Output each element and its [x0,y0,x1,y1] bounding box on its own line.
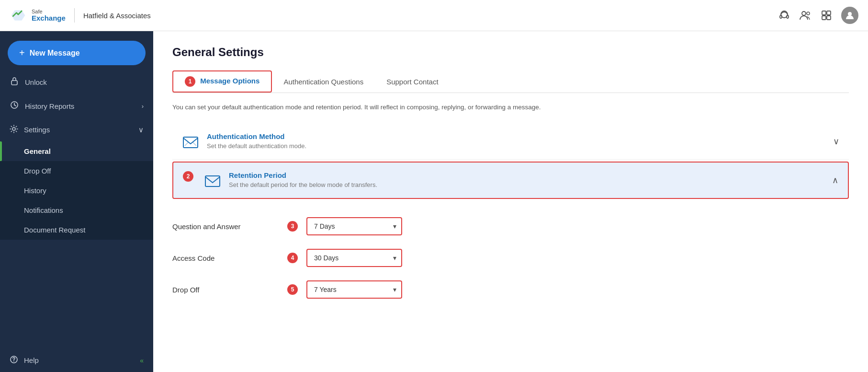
sidebar-item-unlock[interactable]: Unlock [0,70,153,94]
form-row-drop-off: Drop Off 5 1 Year 3 Years 5 Years 7 Year… [172,274,849,305]
new-message-label: New Message [30,49,80,58]
sidebar-item-label: Unlock [25,78,47,86]
drop-off-control: 5 1 Year 3 Years 5 Years 7 Years 10 Year… [287,280,402,299]
new-message-button[interactable]: + New Message [8,41,146,65]
chevron-down-icon: ∨ [833,136,839,147]
lock-icon [10,77,19,87]
tabs: 1 Message Options Authentication Questio… [172,70,849,93]
collapse-icon[interactable]: « [140,357,144,364]
svg-rect-8 [822,16,826,20]
logo-safe: Safe [32,9,66,14]
tab-message-options-label: Message Options [200,77,259,85]
description-text: You can set your default authentication … [172,103,849,112]
drop-off-label: Drop Off [172,286,278,294]
sidebar-item-history-reports[interactable]: History Reports › [0,94,153,118]
form-section: Question and Answer 3 7 Days 14 Days 30 … [172,201,849,315]
do-step-badge: 5 [287,284,298,295]
people-icon[interactable] [799,9,812,22]
grid-icon[interactable] [820,9,833,22]
chevron-right-icon: › [142,103,144,110]
help-icon [10,355,18,365]
history-label: History [24,186,46,195]
ac-step-badge: 4 [287,253,298,263]
question-answer-label: Question and Answer [172,222,278,231]
header: Safe Exchange Hatfield & Associates [0,0,868,31]
authentication-method-title: Authentication Method [207,132,306,140]
history-icon [10,101,19,111]
retention-period-desc: Set the default period for the below mod… [229,181,377,188]
retention-step-badge: 2 [183,171,193,182]
avatar[interactable] [841,7,858,24]
plus-icon: + [19,47,25,58]
form-row-question-answer: Question and Answer 3 7 Days 14 Days 30 … [172,210,849,242]
header-company: Hatfield & Associates [83,12,151,20]
tab-support-label: Support Contact [386,78,438,86]
sidebar-item-document-request[interactable]: Document Request [0,220,153,240]
tab-authentication-questions[interactable]: Authentication Questions [272,73,375,91]
drop-off-select[interactable]: 1 Year 3 Years 5 Years 7 Years 10 Years [306,280,402,299]
page-title: General Settings [172,46,849,59]
svg-rect-7 [827,11,831,15]
sidebar-item-label: History Reports [25,102,74,110]
question-answer-select[interactable]: 7 Days 14 Days 30 Days 60 Days 90 Days 1… [306,217,402,235]
access-code-control: 4 7 Days 14 Days 30 Days 60 Days 90 Days… [287,249,402,267]
document-request-label: Document Request [24,226,85,234]
sidebar-item-history[interactable]: History [0,181,153,200]
help-label: Help [24,356,39,364]
sidebar-item-settings[interactable]: Settings ∨ [0,118,153,141]
tab-step-badge: 1 [185,76,195,87]
logo: Safe Exchange [10,7,66,24]
logo-exchange: Exchange [32,14,66,23]
access-code-select-wrapper: 7 Days 14 Days 30 Days 60 Days 90 Days 1… [306,249,402,267]
retention-period-title: Retention Period [229,171,377,179]
headset-icon[interactable] [778,9,790,22]
sidebar-item-dropoff[interactable]: Drop Off [0,161,153,181]
form-row-access-code: Access Code 4 7 Days 14 Days 30 Days 60 … [172,242,849,274]
authentication-method-content: Authentication Method Set the default au… [207,132,306,150]
drop-off-select-wrapper: 1 Year 3 Years 5 Years 7 Years 10 Years [306,280,402,299]
chevron-down-icon: ∨ [138,126,144,134]
chevron-up-icon: ∧ [832,175,838,186]
tab-auth-label: Authentication Questions [283,78,363,86]
dropoff-label: Drop Off [24,167,51,175]
sidebar-settings-submenu: General Drop Off History Notifications D… [0,141,153,240]
settings-label: Settings [24,126,50,134]
question-answer-control: 3 7 Days 14 Days 30 Days 60 Days 90 Days… [287,217,402,235]
svg-rect-17 [205,176,220,186]
authentication-method-desc: Set the default authentication mode. [207,142,306,150]
section-authentication-method[interactable]: Authentication Method Set the default au… [172,124,849,160]
svg-point-10 [848,12,852,16]
general-label: General [24,147,51,155]
question-answer-select-wrapper: 7 Days 14 Days 30 Days 60 Days 90 Days 1… [306,217,402,235]
svg-point-15 [13,361,14,362]
svg-rect-6 [822,11,826,15]
svg-rect-16 [183,137,198,148]
access-code-label: Access Code [172,254,278,262]
logo-text: Safe Exchange [32,9,66,23]
sidebar-item-notifications[interactable]: Notifications [0,200,153,220]
sidebar: + New Message Unlock History Reports [0,31,153,372]
notifications-label: Notifications [24,206,63,214]
sidebar-item-general[interactable]: General [0,141,153,161]
envelope-icon [182,133,199,151]
svg-point-13 [12,128,15,130]
access-code-select[interactable]: 7 Days 14 Days 30 Days 60 Days 90 Days 1… [306,249,402,267]
svg-rect-9 [827,16,831,20]
tab-message-options[interactable]: 1 Message Options [172,70,272,93]
layout: + New Message Unlock History Reports [0,31,868,372]
svg-point-5 [807,12,810,15]
settings-icon [10,125,18,135]
retention-period-content: Retention Period Set the default period … [229,171,377,188]
envelope-retention-icon [204,172,221,189]
header-divider [74,8,75,23]
sidebar-item-help[interactable]: Help « [0,349,153,372]
svg-rect-11 [11,81,17,85]
section-retention-period[interactable]: 2 Retention Period Set the default perio… [172,162,849,199]
logo-icon [10,7,27,24]
qa-step-badge: 3 [287,221,298,232]
tab-support-contact[interactable]: Support Contact [375,73,450,91]
svg-point-4 [802,12,806,15]
header-right [778,7,858,24]
main-content: General Settings 1 Message Options Authe… [153,31,868,372]
